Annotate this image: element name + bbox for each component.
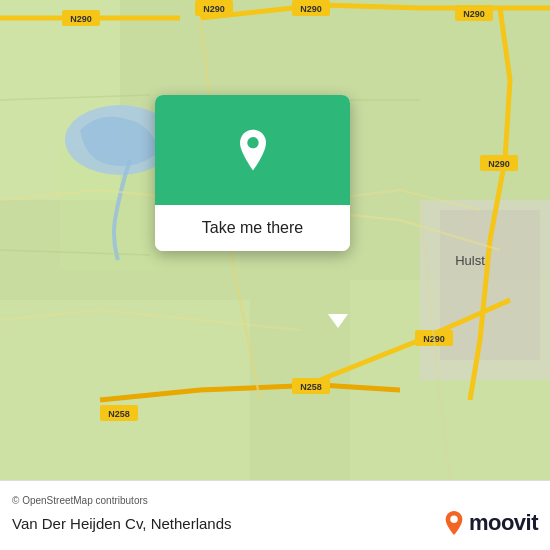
attribution-text: © OpenStreetMap contributors (12, 495, 538, 506)
svg-text:N258: N258 (108, 409, 130, 419)
moovit-brand-text: moovit (469, 510, 538, 536)
moovit-logo: moovit (443, 510, 538, 536)
popup-tail (328, 314, 348, 328)
svg-text:N290: N290 (463, 9, 485, 19)
svg-text:N258: N258 (300, 382, 322, 392)
map-container: N290 N290 N290 N290 N290 N290 N258 N258 … (0, 0, 550, 480)
svg-point-28 (247, 137, 258, 148)
bottom-row: Van Der Heijden Cv, Netherlands moovit (12, 510, 538, 536)
popup-card: Take me there (155, 95, 350, 251)
popup-green-header (155, 95, 350, 205)
svg-text:N290: N290 (203, 4, 225, 14)
take-me-there-button[interactable]: Take me there (155, 205, 350, 251)
location-name: Van Der Heijden Cv, Netherlands (12, 515, 232, 532)
bottom-bar: © OpenStreetMap contributors Van Der Hei… (0, 480, 550, 550)
svg-text:N290: N290 (300, 4, 322, 14)
svg-text:N290: N290 (70, 14, 92, 24)
location-pin-icon (231, 128, 275, 172)
moovit-pin-icon (443, 510, 465, 536)
svg-text:Hulst: Hulst (455, 253, 485, 268)
svg-point-29 (450, 516, 457, 523)
svg-text:N290: N290 (488, 159, 510, 169)
